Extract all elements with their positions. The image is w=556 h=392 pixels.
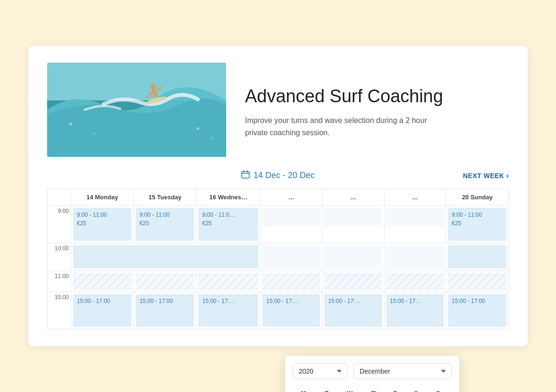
table-row: 9:00 9:00 - 11:00€25 9:00 - 11:00€25 9:0…	[48, 206, 509, 243]
slot-cell	[446, 243, 508, 271]
cal-day-su: Su	[429, 387, 451, 392]
calendar-dropdown: 2020 2021 2019 JanuaryFebruaryMarch Apri…	[285, 356, 459, 392]
slot-cell[interactable]: 9:00 - 11:00€25	[446, 206, 508, 243]
col-thu: …	[261, 189, 322, 206]
col-tue: 15 Tuesday	[134, 189, 196, 206]
slot-cell[interactable]: 15:00 - 17:00	[446, 292, 508, 329]
slot-cell	[446, 271, 508, 292]
slot-cell	[71, 271, 134, 292]
col-sat: …	[384, 189, 446, 206]
slot-available[interactable]: 15:00 - 17:00	[448, 294, 507, 327]
cal-day-tu: Tu	[318, 387, 338, 392]
course-title: Advanced Surf Coaching	[245, 86, 509, 107]
cal-day-mo: Mo	[294, 387, 317, 392]
slot-cell	[261, 206, 322, 243]
col-fri: …	[322, 189, 384, 206]
slot-cell[interactable]: 9:00 - 11:0…€25	[196, 206, 261, 243]
next-week-chevron: ›	[506, 172, 509, 180]
svg-point-9	[196, 127, 199, 130]
slot-available[interactable]: 15:00 - 17:…	[324, 294, 382, 327]
slot-available[interactable]: 9:00 - 11:00€25	[136, 208, 194, 241]
slot-cell[interactable]: 15:00 - 17:00	[134, 292, 196, 329]
slot-cell	[384, 206, 446, 243]
slot-cell	[71, 243, 261, 271]
slot-cell	[134, 271, 196, 292]
main-card: Advanced Surf Coaching Improve your turn…	[28, 46, 528, 346]
table-row: 11:00	[48, 271, 509, 292]
table-row: 15:00 15:00 - 17:00 15:00 - 17:00 15:00 …	[48, 292, 509, 329]
top-section: Advanced Surf Coaching Improve your turn…	[47, 63, 509, 157]
schedule-body: 9:00 9:00 - 11:00€25 9:00 - 11:00€25 9:0…	[48, 206, 509, 329]
schedule-table: 14 Monday 15 Tuesday 16 Wednes… … … … 20…	[47, 188, 509, 329]
col-wed: 16 Wednes…	[196, 189, 261, 206]
course-image	[47, 63, 226, 157]
slot-cell[interactable]: 15:00 - 17:…	[196, 292, 261, 329]
cal-days-header: Mo Tu We Th Fr Sa Su	[294, 387, 451, 392]
date-range-text: 14 Dec - 20 Dec	[253, 171, 315, 180]
week-nav: 14 Dec - 20 Dec NEXT WEEK ›	[47, 170, 509, 181]
time-label: 15:00	[48, 292, 71, 329]
slot-cell[interactable]: 9:00 - 11:00€25	[71, 206, 134, 243]
year-select[interactable]: 2020 2021 2019	[293, 363, 348, 379]
slot-cell	[322, 206, 384, 243]
slot-cell	[322, 243, 384, 271]
cal-day-fr: Fr	[386, 387, 406, 392]
calendar-grid: Mo Tu We Th Fr Sa Su	[293, 386, 452, 392]
slot-cell	[261, 271, 322, 292]
calendar-icon	[241, 170, 250, 181]
month-select[interactable]: JanuaryFebruaryMarch AprilMayJune JulyAu…	[353, 363, 452, 379]
slot-cell[interactable]: 9:00 - 11:00€25	[134, 206, 196, 243]
svg-point-8	[93, 132, 95, 134]
time-label: 11:00	[48, 271, 71, 292]
cal-day-sa: Sa	[407, 387, 428, 392]
slot-cell	[196, 271, 261, 292]
next-week-button[interactable]: NEXT WEEK ›	[463, 172, 509, 180]
slot-available[interactable]: 15:00 - 17:00	[73, 294, 131, 327]
course-info: Advanced Surf Coaching Improve your turn…	[245, 63, 509, 157]
next-week-label: NEXT WEEK	[463, 172, 504, 180]
time-label: 9:00	[48, 206, 71, 243]
slot-cell	[384, 243, 446, 271]
day-header-row: 14 Monday 15 Tuesday 16 Wednes… … … … 20…	[48, 189, 509, 206]
svg-point-7	[69, 122, 72, 125]
slot-available[interactable]: 9:00 - 11:00€25	[448, 208, 507, 241]
slot-available[interactable]: 15:00 - 17:…	[198, 294, 258, 327]
time-label: 10:00	[48, 243, 71, 271]
col-sun: 20 Sunday	[446, 189, 508, 206]
calendar-header: 2020 2021 2019 JanuaryFebruaryMarch Apri…	[293, 363, 452, 379]
time-header	[48, 189, 71, 206]
slot-cell	[322, 271, 384, 292]
svg-point-10	[211, 137, 213, 139]
slot-available[interactable]: 9:00 - 11:0…€25	[198, 208, 258, 241]
slot-cell[interactable]: 15:00 - 17:…	[322, 292, 384, 329]
col-mon: 14 Monday	[71, 189, 134, 206]
week-date-range[interactable]: 14 Dec - 20 Dec	[241, 170, 315, 181]
cal-day-th: Th	[364, 387, 385, 392]
cal-day-we: We	[339, 387, 363, 392]
slot-available[interactable]: 15:00 - 17:…	[262, 294, 320, 327]
slot-available[interactable]: 15:00 - 17:…	[386, 294, 444, 327]
slot-cell	[261, 243, 322, 271]
slot-available[interactable]: 15:00 - 17:00	[136, 294, 194, 327]
slot-cell[interactable]: 15:00 - 17:…	[261, 292, 322, 329]
slot-cell[interactable]: 15:00 - 17:…	[384, 292, 446, 329]
slot-cell	[384, 271, 446, 292]
course-description: Improve your turns and wave selection du…	[245, 114, 433, 139]
slot-cell[interactable]: 15:00 - 17:00	[71, 292, 134, 329]
svg-rect-11	[242, 172, 249, 178]
schedule-wrapper: 14 Monday 15 Tuesday 16 Wednes… … … … 20…	[47, 188, 509, 329]
table-row: 10:00	[48, 243, 509, 271]
slot-available[interactable]: 9:00 - 11:00€25	[73, 208, 131, 241]
